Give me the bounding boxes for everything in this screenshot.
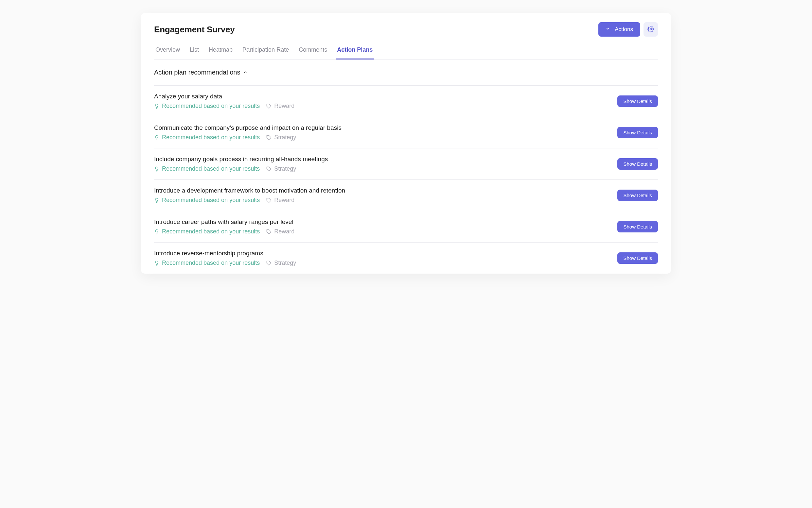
page-title: Engagement Survey	[154, 25, 235, 35]
lightbulb-icon	[154, 166, 159, 172]
chevron-down-icon	[606, 26, 610, 33]
recommendation-reason: Recommended based on your results	[162, 165, 260, 172]
recommendation-tag: Strategy	[274, 134, 296, 141]
show-details-button[interactable]: Show Details	[617, 158, 658, 170]
chevron-up-icon	[243, 70, 247, 76]
tag-icon	[266, 229, 272, 235]
recommendation-title: Include company goals process in recurri…	[154, 156, 328, 163]
tab-participation-rate[interactable]: Participation Rate	[241, 43, 290, 59]
header-controls: Actions	[598, 22, 658, 37]
recommendation-content: Introduce career paths with salary range…	[154, 218, 295, 235]
show-details-button[interactable]: Show Details	[617, 221, 658, 232]
lightbulb-icon	[154, 135, 159, 140]
recommendation-item: Introduce reverse-mentorship programsRec…	[154, 243, 658, 273]
settings-button[interactable]	[644, 22, 658, 37]
recommendation-reason: Recommended based on your results	[162, 134, 260, 141]
recommendation-title: Introduce career paths with salary range…	[154, 218, 295, 225]
tag-icon	[266, 198, 272, 203]
recommendation-reason: Recommended based on your results	[162, 260, 260, 266]
recommendation-item: Introduce career paths with salary range…	[154, 211, 658, 243]
lightbulb-icon	[154, 103, 159, 109]
recommendation-content: Communicate the company's purpose and im…	[154, 124, 342, 141]
tab-overview[interactable]: Overview	[154, 43, 181, 59]
recommendation-meta: Recommended based on your resultsStrateg…	[154, 165, 328, 172]
recommendation-meta: Recommended based on your resultsReward	[154, 228, 295, 235]
tab-list[interactable]: List	[188, 43, 200, 59]
recommendation-item: Introduce a development framework to boo…	[154, 180, 658, 211]
tabs: OverviewListHeatmapParticipation RateCom…	[154, 43, 658, 59]
lightbulb-icon	[154, 198, 159, 203]
recommendation-meta: Recommended based on your resultsReward	[154, 197, 345, 204]
recommendation-item: Include company goals process in recurri…	[154, 149, 658, 180]
recommendation-tag: Strategy	[274, 165, 296, 172]
recommendation-reason: Recommended based on your results	[162, 197, 260, 204]
recommendation-content: Introduce reverse-mentorship programsRec…	[154, 250, 296, 266]
recommendation-content: Analyze your salary dataRecommended base…	[154, 93, 295, 110]
lightbulb-icon	[154, 260, 159, 266]
show-details-button[interactable]: Show Details	[617, 95, 658, 107]
header-row: Engagement Survey Actions	[154, 22, 658, 37]
recommendation-content: Include company goals process in recurri…	[154, 156, 328, 172]
tab-comments[interactable]: Comments	[297, 43, 328, 59]
recommendation-reason: Recommended based on your results	[162, 228, 260, 235]
recommendation-item: Communicate the company's purpose and im…	[154, 117, 658, 149]
section-title: Action plan recommendations	[154, 69, 240, 76]
recommendation-title: Communicate the company's purpose and im…	[154, 124, 342, 131]
recommendation-tag: Reward	[274, 103, 295, 110]
svg-point-0	[650, 28, 652, 30]
recommendations-list: Analyze your salary dataRecommended base…	[154, 86, 658, 273]
actions-button[interactable]: Actions	[598, 22, 640, 37]
tag-icon	[266, 135, 272, 140]
recommendation-meta: Recommended based on your resultsReward	[154, 103, 295, 110]
tag-icon	[266, 103, 272, 109]
recommendation-tag: Reward	[274, 197, 295, 204]
recommendation-tag: Strategy	[274, 260, 296, 266]
recommendation-title: Analyze your salary data	[154, 93, 295, 100]
recommendation-tag: Reward	[274, 228, 295, 235]
recommendation-reason: Recommended based on your results	[162, 103, 260, 110]
recommendation-meta: Recommended based on your resultsStrateg…	[154, 260, 296, 266]
section-header[interactable]: Action plan recommendations	[154, 69, 658, 86]
tab-action-plans[interactable]: Action Plans	[336, 43, 374, 59]
tag-icon	[266, 260, 272, 266]
recommendation-title: Introduce reverse-mentorship programs	[154, 250, 296, 257]
recommendation-item: Analyze your salary dataRecommended base…	[154, 86, 658, 117]
show-details-button[interactable]: Show Details	[617, 189, 658, 201]
recommendation-content: Introduce a development framework to boo…	[154, 187, 345, 204]
actions-button-label: Actions	[615, 26, 633, 33]
recommendation-title: Introduce a development framework to boo…	[154, 187, 345, 194]
recommendation-meta: Recommended based on your resultsStrateg…	[154, 134, 342, 141]
show-details-button[interactable]: Show Details	[617, 127, 658, 138]
tag-icon	[266, 166, 272, 172]
lightbulb-icon	[154, 229, 159, 235]
show-details-button[interactable]: Show Details	[617, 252, 658, 264]
survey-card: Engagement Survey Actions OverviewListHe…	[141, 13, 671, 273]
gear-icon	[648, 26, 654, 33]
tab-heatmap[interactable]: Heatmap	[207, 43, 234, 59]
